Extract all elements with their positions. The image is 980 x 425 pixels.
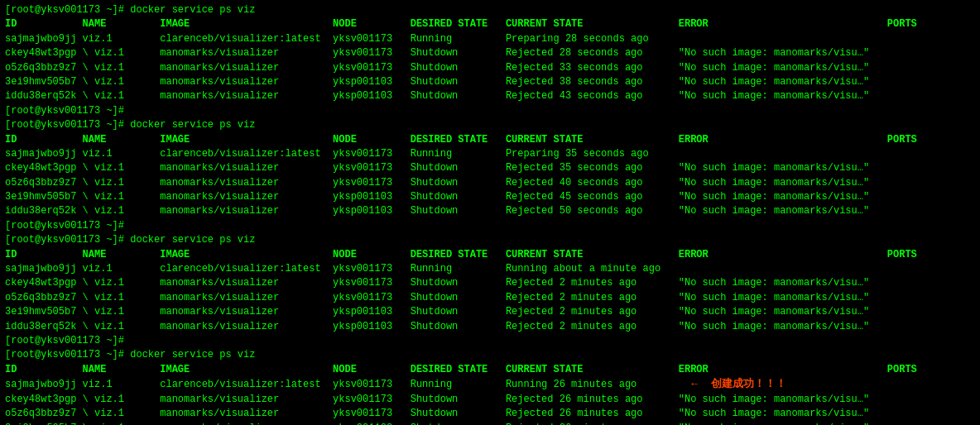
data-row: o5z6q3bbz9z7 \ viz.1 manomarks/visualize… <box>5 291 975 305</box>
data-row: 3ei9hmv505b7 \ viz.1 manomarks/visualize… <box>5 190 975 204</box>
data-row: iddu38erq52k \ viz.1 manomarks/visualize… <box>5 89 975 103</box>
prompt-line: [root@yksv001173 ~]# docker service ps v… <box>5 233 975 247</box>
data-row: ckey48wt3pgp \ viz.1 manomarks/visualize… <box>5 276 975 290</box>
data-row: ckey48wt3pgp \ viz.1 manomarks/visualize… <box>5 393 975 407</box>
annotation: ← 创建成功！！！ <box>679 378 786 390</box>
data-row: 3ei9hmv505b7 \ viz.1 manomarks/visualize… <box>5 75 975 89</box>
data-row: sajmajwbo9jj viz.1 clarenceb/visualizer:… <box>5 377 975 393</box>
data-row: sajmajwbo9jj viz.1 clarenceb/visualizer:… <box>5 262 975 276</box>
header-row: ID NAME IMAGE NODE DESIRED STATE CURRENT… <box>5 17 975 31</box>
prompt-line: [root@yksv001173 ~]# <box>5 219 975 233</box>
data-row: o5z6q3bbz9z7 \ viz.1 manomarks/visualize… <box>5 176 975 190</box>
data-row: iddu38erq52k \ viz.1 manomarks/visualize… <box>5 320 975 334</box>
prompt-line: [root@yksv001173 ~]# docker service ps v… <box>5 348 975 362</box>
data-row: 3ei9hmv505b7 \ viz.1 manomarks/visualize… <box>5 305 975 319</box>
header-row: ID NAME IMAGE NODE DESIRED STATE CURRENT… <box>5 133 975 147</box>
terminal: [root@yksv001173 ~]# docker service ps v… <box>0 0 980 425</box>
prompt-line: [root@yksv001173 ~]# docker service ps v… <box>5 118 975 132</box>
data-row: sajmajwbo9jj viz.1 clarenceb/visualizer:… <box>5 147 975 161</box>
header-row: ID NAME IMAGE NODE DESIRED STATE CURRENT… <box>5 248 975 262</box>
data-row: ckey48wt3pgp \ viz.1 manomarks/visualize… <box>5 161 975 175</box>
prompt-line: [root@yksv001173 ~]# <box>5 104 975 118</box>
prompt-line: [root@yksv001173 ~]# docker service ps v… <box>5 3 975 17</box>
data-row: o5z6q3bbz9z7 \ viz.1 manomarks/visualize… <box>5 61 975 75</box>
data-row: 3ei9hmv505b7 \ viz.1 manomarks/visualize… <box>5 422 975 425</box>
data-row: iddu38erq52k \ viz.1 manomarks/visualize… <box>5 204 975 218</box>
data-row: ckey48wt3pgp \ viz.1 manomarks/visualize… <box>5 46 975 60</box>
prompt-line: [root@yksv001173 ~]# <box>5 334 975 348</box>
data-row: o5z6q3bbz9z7 \ viz.1 manomarks/visualize… <box>5 407 975 421</box>
data-row: sajmajwbo9jj viz.1 clarenceb/visualizer:… <box>5 32 975 46</box>
header-row: ID NAME IMAGE NODE DESIRED STATE CURRENT… <box>5 363 975 377</box>
